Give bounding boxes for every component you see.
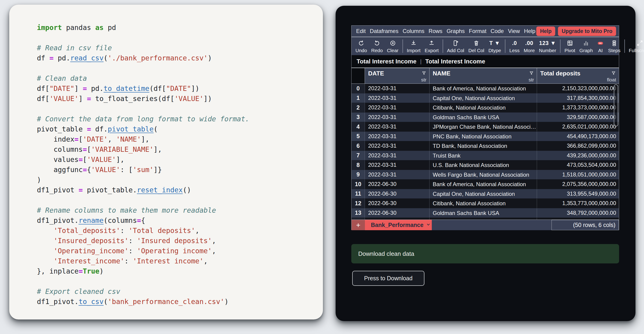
toolbar-button-clear[interactable]: Clear — [385, 37, 400, 55]
toolbar-button-graph[interactable]: Graph — [577, 37, 595, 55]
menu-item-format[interactable]: Format — [469, 28, 486, 34]
date-cell[interactable]: 2022-03-31 — [365, 84, 430, 93]
total-deposits-cell[interactable]: 348,792,000,000.00 — [537, 208, 619, 218]
row-index-cell[interactable]: 7 — [352, 151, 365, 160]
name-cell[interactable]: JPMorgan Chase Bank, National Associatio… — [430, 122, 537, 132]
date-cell[interactable]: 2022-03-31 — [365, 160, 430, 170]
menu-item-help[interactable]: Help — [524, 28, 535, 34]
name-cell[interactable]: JPMorgan Chase Bank, National Associatio… — [430, 218, 537, 220]
name-cell[interactable]: Truist Bank — [430, 151, 537, 160]
date-cell[interactable]: 2022-03-31 — [365, 103, 430, 112]
toolbar-button-steps[interactable]: Steps — [606, 37, 622, 55]
date-cell[interactable]: 2022-06-30 — [365, 208, 430, 218]
tab-crumb-secondary[interactable]: Total Interest Income — [425, 58, 485, 65]
column-header-total-deposits[interactable]: Total depositsfloat — [537, 68, 619, 84]
name-cell[interactable]: Goldman Sachs Bank USA — [430, 208, 537, 218]
row-index-cell[interactable]: 9 — [352, 170, 365, 180]
press-to-download-button[interactable]: Press to Download — [352, 271, 424, 286]
upgrade-to-mito-pro-button[interactable]: Upgrade to Mito Pro — [558, 26, 616, 36]
name-cell[interactable]: Citibank, National Association — [430, 103, 537, 112]
toolbar-button-import[interactable]: Import — [405, 37, 423, 55]
name-cell[interactable]: Bank of America, National Association — [430, 84, 537, 93]
row-index-cell[interactable]: 1 — [352, 94, 365, 103]
menu-item-dataframes[interactable]: Dataframes — [370, 28, 398, 34]
toolbar-button-more[interactable]: .00More — [522, 37, 537, 55]
toolbar-button-add-col[interactable]: Add Col — [445, 37, 466, 55]
total-deposits-cell[interactable]: 2,150,323,000,000.00 — [537, 84, 619, 93]
total-deposits-cell[interactable]: 366,862,099,000.00 — [537, 141, 619, 150]
column-header-name[interactable]: NAMEstr — [430, 68, 537, 84]
date-cell[interactable]: 2022-03-31 — [365, 112, 430, 122]
total-deposits-cell[interactable]: 439,236,000,000.00 — [537, 151, 619, 160]
name-cell[interactable]: Bank of America, National Association — [430, 180, 537, 189]
toolbar-button-number[interactable]: 123 ▼Number — [537, 37, 558, 55]
menu-item-columns[interactable]: Columns — [402, 28, 424, 34]
row-index-cell[interactable]: 10 — [352, 180, 365, 189]
date-cell[interactable]: 2022-06-30 — [365, 189, 430, 198]
menu-item-code[interactable]: Code — [490, 28, 504, 34]
name-cell[interactable]: Wells Fargo Bank, National Association — [430, 170, 537, 180]
sheet-tab-bank-performance[interactable]: Bank_Performance — [365, 220, 432, 230]
menu-item-rows[interactable]: Rows — [428, 28, 442, 34]
toolbar-button-export[interactable]: Export — [422, 37, 441, 55]
toolbar-button-undo[interactable]: Undo — [353, 37, 369, 55]
total-deposits-cell[interactable]: 1,373,373,000,000.00 — [537, 103, 619, 112]
total-deposits-cell[interactable]: 2,075,356,000,000.00 — [537, 180, 619, 189]
date-cell[interactable]: 2022-06-30 — [365, 218, 430, 220]
toolbar-button-less[interactable]: .0Less — [507, 37, 522, 55]
filter-icon[interactable] — [422, 70, 426, 76]
filter-icon[interactable] — [611, 70, 616, 76]
toolbar-button-redo[interactable]: Redo — [369, 37, 385, 55]
total-deposits-cell[interactable]: 2,635,021,000,000.00 — [537, 122, 619, 132]
menu-item-edit[interactable]: Edit — [356, 28, 366, 34]
row-index-cell[interactable]: 11 — [352, 189, 365, 198]
row-index-cell[interactable]: 2 — [352, 103, 365, 112]
row-index-cell[interactable]: 0 — [352, 84, 365, 93]
row-index-cell[interactable]: 4 — [352, 122, 365, 132]
name-cell[interactable]: Capital One, National Association — [430, 94, 537, 103]
toolbar-button-ai[interactable]: AI — [595, 37, 606, 55]
help-button[interactable]: Help — [536, 26, 555, 36]
name-cell[interactable]: U.S. Bank National Association — [430, 160, 537, 170]
total-deposits-cell[interactable]: 1,518,051,000,000.00 — [537, 170, 619, 180]
code-line: aggfunc={'VALUE': ['sum']} — [37, 165, 314, 175]
row-index-cell[interactable]: 13 — [352, 208, 365, 218]
column-header-date[interactable]: DATEstr — [365, 68, 430, 84]
date-cell[interactable]: 2022-06-30 — [365, 180, 430, 189]
total-deposits-cell[interactable]: 2,743,757,000,000.00 — [537, 218, 619, 220]
row-index-cell[interactable]: 8 — [352, 160, 365, 170]
date-cell[interactable]: 2022-03-31 — [365, 94, 430, 103]
menu-item-graphs[interactable]: Graphs — [446, 28, 465, 34]
date-cell[interactable]: 2022-03-31 — [365, 170, 430, 180]
total-deposits-cell[interactable]: 454,490,173,000.00 — [537, 132, 619, 141]
date-cell[interactable]: 2022-06-30 — [365, 198, 430, 208]
row-index-cell[interactable]: 5 — [352, 132, 365, 141]
date-cell[interactable]: 2022-03-31 — [365, 151, 430, 160]
date-cell[interactable]: 2022-03-31 — [365, 132, 430, 141]
toolbar-button-fullscreen[interactable]: Fullscreen — [627, 37, 644, 55]
filter-icon[interactable] — [529, 70, 534, 76]
row-index-cell[interactable]: 3 — [352, 112, 365, 122]
total-deposits-cell[interactable]: 317,854,300,000.00 — [537, 94, 619, 103]
date-cell[interactable]: 2022-03-31 — [365, 122, 430, 132]
total-deposits-cell[interactable]: 329,587,000,000.00 — [537, 112, 619, 122]
tab-crumb-primary[interactable]: Total Interest Income — [356, 58, 416, 65]
row-index-cell[interactable]: 14 — [352, 218, 365, 220]
toolbar-button-del-col[interactable]: Del Col — [466, 37, 486, 55]
name-cell[interactable]: Goldman Sachs Bank USA — [430, 112, 537, 122]
table-scrollbar-thumb[interactable] — [614, 84, 618, 126]
name-cell[interactable]: Citibank, National Association — [430, 198, 537, 208]
toolbar-button-pivot[interactable]: Pivot — [562, 37, 577, 55]
total-deposits-cell[interactable]: 313,955,549,000.00 — [537, 189, 619, 198]
toolbar-button-dtype[interactable]: T ▼Dtype — [486, 37, 503, 55]
name-cell[interactable]: Capital One, National Association — [430, 189, 537, 198]
add-sheet-button[interactable]: + — [352, 220, 365, 230]
name-cell[interactable]: PNC Bank, National Association — [430, 132, 537, 141]
total-deposits-cell[interactable]: 473,053,504,000.00 — [537, 160, 619, 170]
row-index-cell[interactable]: 6 — [352, 141, 365, 150]
row-index-cell[interactable]: 12 — [352, 198, 365, 208]
total-deposits-cell[interactable]: 1,353,773,000,000.00 — [537, 198, 619, 208]
menu-item-view[interactable]: View — [508, 28, 520, 34]
name-cell[interactable]: TD Bank, National Association — [430, 141, 537, 150]
date-cell[interactable]: 2022-03-31 — [365, 141, 430, 150]
